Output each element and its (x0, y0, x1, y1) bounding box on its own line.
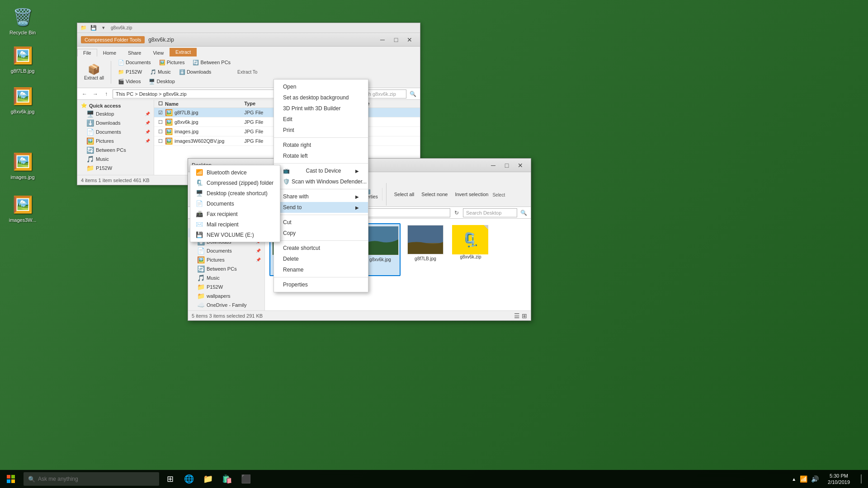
sendto-bluetooth[interactable]: 📶 Bluetooth device (190, 167, 280, 178)
sidebar-item-downloads[interactable]: ⬇️ Downloads 📌 (77, 118, 154, 127)
invert-selection-btn[interactable]: Invert selection (452, 190, 491, 198)
thumb-g8f7LB[interactable]: g8f7LB.jpg (405, 223, 446, 276)
zip-tab-view[interactable]: View (147, 49, 170, 56)
shortcut-videos[interactable]: 🎬 Videos (115, 77, 144, 86)
desktop-search-box[interactable]: Search Desktop (463, 208, 517, 217)
sidebar-item-pictures[interactable]: 🖼️ Pictures 📌 (77, 136, 154, 145)
row1-checkbox[interactable]: ☐ (156, 119, 165, 125)
desktop-icon-g8f7LB[interactable]: 🖼️ g8f7LB.jpg (5, 43, 41, 76)
desktop-icon-images3W[interactable]: 🖼️ images3W... (5, 192, 41, 225)
shortcut-desktop[interactable]: 🖥️ Desktop (146, 77, 178, 86)
shortcut-pictures[interactable]: 🖼️ Pictures (156, 58, 188, 67)
grid-view-btn[interactable]: ⊞ (522, 312, 527, 319)
row2-checkbox[interactable]: ☐ (156, 129, 165, 135)
explorer-btn[interactable]: 📁 (199, 470, 217, 488)
show-desktop-btn[interactable] (854, 470, 868, 488)
desktop-close-btn[interactable]: ✕ (514, 160, 527, 171)
context-menu: Open Set as desktop background 3D Print … (274, 79, 368, 292)
shortcut-downloads[interactable]: ⬇️ Downloads (176, 68, 214, 76)
sendto-mail[interactable]: ✉️ Mail recipient (190, 219, 280, 230)
sidebar-quick-access[interactable]: ⭐ Quick access (77, 102, 154, 109)
taskbar-search-input[interactable] (38, 476, 128, 482)
desktop-minimize-btn[interactable]: ─ (486, 160, 500, 171)
ctx-cast[interactable]: 📺 Cast to Device ▶ (274, 165, 368, 176)
zip-forward-btn[interactable]: → (91, 89, 100, 99)
ctx-rotate-left[interactable]: Rotate left (274, 150, 368, 161)
sendto-new-volume[interactable]: 💾 NEW VOLUME (E:) (190, 230, 280, 240)
desktop-sidebar-p152w[interactable]: 📁 P152W (188, 282, 264, 291)
ctx-3d-print[interactable]: 3D Print with 3D Builder (274, 103, 368, 114)
store-btn[interactable]: 🛍️ (218, 470, 236, 488)
desktop-sidebar-betweenpcs[interactable]: 🔄 Between PCs (188, 264, 264, 273)
ctx-share-with[interactable]: Share with ▶ (274, 191, 368, 202)
ctx-send-to[interactable]: Send to ▶ (274, 202, 368, 213)
desktop-sidebar-wallpapers[interactable]: 📁 wallpapers (188, 291, 264, 300)
sendto-compressed[interactable]: 🗜️ Compressed (zipped) folder (190, 178, 280, 188)
shortcut-between-pcs[interactable]: 🔄 Between PCs (189, 58, 234, 67)
ctx-properties[interactable]: Properties (274, 279, 368, 290)
sendto-desktop[interactable]: 🖥️ Desktop (create shortcut) (190, 188, 280, 198)
qa-btn-dropdown[interactable]: ▾ (99, 24, 108, 32)
desktop-refresh-btn[interactable]: ↻ (452, 208, 461, 217)
zip-maximize-btn[interactable]: □ (389, 34, 403, 45)
sidebar-item-betweenpcs[interactable]: 🔄 Between PCs (77, 145, 154, 155)
volume-icon[interactable]: 🔊 (811, 475, 819, 483)
header-name-col[interactable]: Name (165, 101, 244, 107)
sidebar-item-music[interactable]: 🎵 Music (77, 155, 154, 164)
shortcut-music[interactable]: 🎵 Music (147, 68, 174, 76)
desktop-sidebar-onedrive[interactable]: ☁️ OneDrive - Family (188, 300, 264, 310)
shortcut-documents[interactable]: 📄 Documents (115, 58, 154, 67)
zip-tab-extract[interactable]: Extract (170, 48, 197, 56)
zip-tab-home[interactable]: Home (97, 49, 122, 56)
select-all-btn[interactable]: Select all (391, 190, 418, 198)
start-button[interactable] (0, 470, 22, 488)
desktop-icon-images[interactable]: 🖼️ images.jpg (5, 149, 41, 182)
select-none-btn[interactable]: Select none (418, 190, 451, 198)
list-view-btn[interactable]: ☰ (514, 312, 520, 319)
desktop-sidebar-documents[interactable]: 📄 Documents 📌 (188, 246, 264, 255)
taskbar-search-bar[interactable]: 🔍 (24, 472, 159, 486)
ctx-copy[interactable]: Copy (274, 228, 368, 239)
zip-search-btn[interactable]: 🔍 (408, 89, 417, 99)
sendto-documents[interactable]: 📄 Documents (190, 198, 280, 209)
desktop-sidebar-pictures[interactable]: 🖼️ Pictures 📌 (188, 255, 264, 264)
sidebar-item-desktop[interactable]: 🖥️ Desktop 📌 (77, 109, 154, 118)
terminal-btn[interactable]: ⬛ (237, 470, 255, 488)
ctx-print[interactable]: Print (274, 125, 368, 136)
desktop-icon-g8xv6k[interactable]: 🖼️ g8xv6k.jpg (5, 84, 41, 117)
sendto-fax[interactable]: 📠 Fax recipient (190, 209, 280, 219)
ctx-create-shortcut[interactable]: Create shortcut (274, 243, 368, 253)
ctx-cut[interactable]: Cut (274, 217, 368, 228)
ctx-rotate-right[interactable]: Rotate right (274, 140, 368, 150)
task-view-btn[interactable]: ⊞ (161, 470, 179, 488)
zip-tab-share[interactable]: Share (122, 49, 147, 56)
zip-close-btn[interactable]: ✕ (403, 34, 416, 45)
zip-tab-file[interactable]: File (77, 49, 97, 56)
qa-btn-folder[interactable]: 📁 (79, 24, 88, 32)
tray-expand-btn[interactable]: ▲ (792, 477, 796, 482)
ctx-open[interactable]: Open (274, 81, 368, 92)
shortcut-p152w[interactable]: 📁 P152W (115, 68, 145, 76)
desktop-maximize-btn[interactable]: □ (500, 160, 514, 171)
desktop-search-icon[interactable]: 🔍 (519, 208, 528, 217)
sidebar-item-p152w[interactable]: 📁 P152W (77, 164, 154, 173)
network-icon[interactable]: 📶 (800, 475, 807, 483)
sidebar-item-documents[interactable]: 📄 Documents 📌 (77, 127, 154, 136)
ctx-rename[interactable]: Rename (274, 264, 368, 275)
row3-checkbox[interactable]: ☐ (156, 138, 165, 144)
zip-minimize-btn[interactable]: ─ (376, 34, 389, 45)
desktop-icon-recycle-bin[interactable]: 🗑️ Recycle Bin (5, 5, 41, 38)
edge-btn[interactable]: 🌐 (180, 470, 198, 488)
ctx-scan[interactable]: 🛡️ Scan with Windows Defender... (274, 176, 368, 187)
zip-up-btn[interactable]: ↑ (102, 89, 111, 99)
qa-btn-save[interactable]: 💾 (89, 24, 98, 32)
ctx-edit[interactable]: Edit (274, 114, 368, 125)
desktop-sidebar-music[interactable]: 🎵 Music (188, 273, 264, 282)
ctx-set-desktop-bg[interactable]: Set as desktop background (274, 92, 368, 103)
row0-checkbox[interactable]: ☑ (156, 110, 165, 116)
ctx-delete[interactable]: Delete (274, 253, 368, 264)
thumb-g8xv6k-zip[interactable]: 🗜️ g8xv6k.zip (450, 223, 491, 276)
zip-back-btn[interactable]: ← (80, 89, 89, 99)
zip-extract-all-btn[interactable]: 📦 Extract all (81, 62, 107, 82)
taskbar-clock[interactable]: 5:30 PM 2/10/2019 (823, 473, 854, 486)
